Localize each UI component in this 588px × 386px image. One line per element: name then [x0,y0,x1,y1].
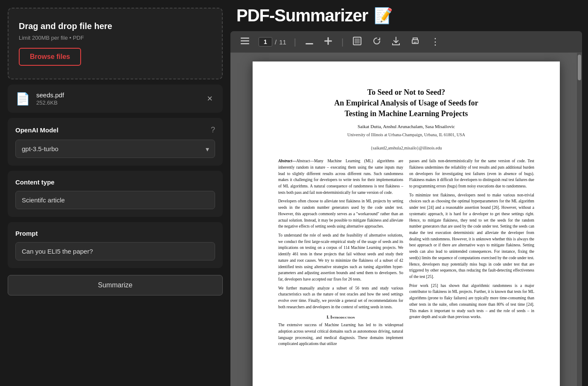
app-title-icon: 📝 [374,7,393,25]
left-panel: Drag and drop file here Limit 200MB per … [0,0,230,386]
app-title: PDF-Summarizer [236,6,368,25]
pdf-title: To Seed or Not to Seed? An Empirical Ana… [278,87,534,120]
pdf-toolbar: / 11 | | [230,31,582,53]
model-select-wrapper: gpt-3.5-turbo gpt-4 gpt-4-turbo ▾ [15,140,215,158]
pdf-affiliation1: University of Illinois at Urbana-Champai… [278,132,534,138]
file-info: seeds.pdf 252.6KB [36,91,64,106]
content-type-header: Content type [15,178,215,186]
toolbar-download-button[interactable] [390,36,402,48]
upload-box: Drag and drop file here Limit 200MB per … [8,8,223,79]
toolbar-sep-2: | [341,37,343,47]
pdf-content[interactable]: To Seed or Not to Seed? An Empirical Ana… [230,53,582,386]
svg-rect-2 [241,43,249,44]
pdf-abstract-p3: To understand the role of seeds and the … [278,232,403,283]
toolbar-zoom-out-button[interactable] [304,37,315,47]
model-section: OpenAI Model ? gpt-3.5-turbo gpt-4 gpt-4… [8,118,223,166]
pdf-affiliation2: {saikatd2,anshula2,misailo}@illinois.edu [278,145,534,151]
page-number-input[interactable] [259,37,272,47]
pdf-col2-p1: passes and fails non-deterministically f… [409,158,534,190]
drag-drop-label: Drag and drop file here [19,21,112,31]
model-section-header: OpenAI Model ? [15,126,215,135]
svg-rect-0 [241,38,249,39]
prompt-input[interactable] [15,242,215,260]
prompt-label: Prompt [15,230,38,237]
content-type-label: Content type [15,178,55,186]
pdf-scrollbar[interactable] [577,53,582,386]
pdf-abstract-row: Abstract—Abstract—Many Machine Learning … [278,158,534,350]
pdf-abstract-p4: We further manually analyze a subset of … [278,285,403,310]
model-section-label: OpenAI Model [15,126,58,134]
svg-rect-7 [355,38,360,44]
toolbar-menu-button[interactable] [239,37,251,47]
pdf-abstract-p1: Abstract—Abstract—Many Machine Learning … [278,158,403,196]
file-icon: 📄 [15,92,30,106]
total-pages: 11 [279,38,286,46]
toolbar-sep-1: | [294,37,296,47]
remove-file-button[interactable]: × [204,92,215,105]
toolbar-rotate-button[interactable] [371,36,383,48]
prompt-section: Prompt [8,222,223,268]
file-item-left: 📄 seeds.pdf 252.6KB [15,91,64,106]
file-size: 252.6KB [36,99,64,106]
svg-rect-9 [413,42,417,43]
pdf-intro-p1: The extensive success of Machine Learnin… [278,322,403,347]
browse-files-button[interactable]: Browse files [19,48,81,66]
model-help-icon[interactable]: ? [211,126,215,135]
app-header: PDF-Summarizer 📝 [230,6,582,31]
model-select[interactable]: gpt-3.5-turbo gpt-4 gpt-4-turbo [15,140,215,158]
svg-rect-1 [241,40,249,41]
svg-rect-10 [413,43,416,44]
content-type-input[interactable] [15,191,215,209]
upload-limit-label: Limit 200MB per file • PDF [19,35,84,41]
pdf-abstract-p2: Developers often choose to alleviate tes… [278,198,403,230]
toolbar-fit-button[interactable] [351,36,363,48]
pdf-col-right: passes and fails non-deterministically f… [409,158,534,350]
summarize-button[interactable]: Summarize [8,275,223,295]
file-name: seeds.pdf [36,91,64,99]
right-panel: PDF-Summarizer 📝 / 11 | [230,0,588,386]
svg-rect-5 [324,40,332,41]
pdf-scrollbar-thumb[interactable] [578,55,581,80]
page-separator: / [275,38,277,46]
file-item: 📄 seeds.pdf 252.6KB × [8,85,223,113]
pdf-page: To Seed or Not to Seed? An Empirical Ana… [253,61,560,386]
page-navigation: / 11 [259,37,286,47]
content-type-section: Content type [8,171,223,217]
toolbar-print-button[interactable] [409,36,421,48]
pdf-authors: Saikat Dutta, Anshul Arunachalam, Sasa M… [278,123,534,130]
pdf-col2-p3: Prior work [25] has shown that algorithm… [409,283,534,320]
toolbar-more-button[interactable]: ⋮ [429,35,442,48]
prompt-header: Prompt [15,230,215,237]
pdf-section-heading: I. Introduction [278,314,403,321]
toolbar-zoom-in-button[interactable] [323,36,334,48]
pdf-col2-p2: To minimize test flakiness, developers n… [409,192,534,280]
pdf-viewer-container: / 11 | | [230,31,582,386]
pdf-col-left: Abstract—Abstract—Many Machine Learning … [278,158,403,350]
svg-rect-3 [306,43,313,44]
